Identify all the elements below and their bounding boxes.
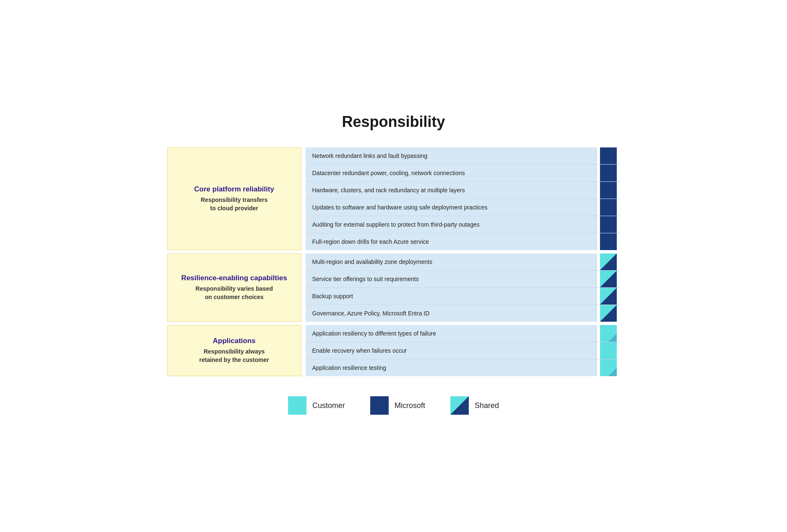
resp-indicator xyxy=(597,359,620,376)
resp-indicator xyxy=(597,342,620,359)
feature-row: Hardware, clusters, and rack redundancy … xyxy=(306,182,620,199)
page-title: Responsibility xyxy=(167,113,620,131)
legend-customer: Customer xyxy=(288,396,345,415)
feature-text: Governance, Azure Policy, Microsoft Entr… xyxy=(306,305,597,322)
feature-text: Enable recovery when failures occur xyxy=(306,342,597,359)
feature-text: Application resiliency to different type… xyxy=(306,325,597,342)
feature-row: Enable recovery when failures occur xyxy=(306,342,620,359)
section-row-core-platform: Core platform reliabilityResponsibility … xyxy=(167,147,620,250)
feature-row: Datacenter redundant power, cooling, net… xyxy=(306,165,620,182)
section-row-resilience-enabling: Resilience-enabling capabiltiesResponsib… xyxy=(167,253,620,322)
feature-text: Application resilience testing xyxy=(306,359,597,376)
feature-row: Auditing for external suppliers to prote… xyxy=(306,216,620,233)
feature-text: Updates to software and hardware using s… xyxy=(306,199,597,216)
legend-microsoft-icon xyxy=(370,396,389,415)
main-content: Core platform reliabilityResponsibility … xyxy=(167,147,620,380)
resp-indicator xyxy=(597,182,620,199)
feature-row: Service tier offerings to suit requireme… xyxy=(306,271,620,288)
legend: Customer Microsoft Shared xyxy=(167,396,620,415)
feature-row: Application resiliency to different type… xyxy=(306,325,620,342)
rows-block: Multi-region and availability zone deplo… xyxy=(306,253,620,322)
feature-row: Full-region down drills for each Azure s… xyxy=(306,233,620,250)
feature-row: Governance, Azure Policy, Microsoft Entr… xyxy=(306,305,620,322)
feature-row: Backup support xyxy=(306,288,620,305)
section-row-applications: ApplicationsResponsibility always retain… xyxy=(167,325,620,376)
resp-indicator xyxy=(597,325,620,342)
label-box-core-platform: Core platform reliabilityResponsibility … xyxy=(167,147,301,250)
feature-row: Network redundant links and fault bypass… xyxy=(306,147,620,165)
feature-text: Backup support xyxy=(306,288,597,305)
label-sub: Responsibility transfers to cloud provid… xyxy=(201,196,268,212)
legend-shared-label: Shared xyxy=(475,401,499,410)
feature-text: Datacenter redundant power, cooling, net… xyxy=(306,165,597,181)
rows-block: Application resiliency to different type… xyxy=(306,325,620,376)
legend-microsoft-label: Microsoft xyxy=(395,401,425,410)
legend-customer-label: Customer xyxy=(312,401,345,410)
rows-block: Network redundant links and fault bypass… xyxy=(306,147,620,250)
feature-row: Updates to software and hardware using s… xyxy=(306,199,620,216)
legend-shared-icon xyxy=(450,396,469,415)
resp-indicator xyxy=(597,216,620,233)
feature-row: Application resilience testing xyxy=(306,359,620,376)
feature-row: Multi-region and availability zone deplo… xyxy=(306,253,620,271)
legend-shared: Shared xyxy=(450,396,499,415)
resp-indicator xyxy=(597,271,620,287)
feature-text: Multi-region and availability zone deplo… xyxy=(306,253,597,270)
resp-indicator xyxy=(597,288,620,305)
legend-customer-icon xyxy=(288,396,306,415)
label-title: Core platform reliability xyxy=(194,185,274,194)
label-box-resilience-enabling: Resilience-enabling capabiltiesResponsib… xyxy=(167,253,301,322)
label-title: Applications xyxy=(213,337,255,345)
resp-indicator xyxy=(597,147,620,164)
label-sub: Responsibility varies based on customer … xyxy=(195,285,273,301)
resp-indicator xyxy=(597,233,620,250)
feature-text: Service tier offerings to suit requireme… xyxy=(306,271,597,287)
feature-text: Auditing for external suppliers to prote… xyxy=(306,216,597,233)
label-box-applications: ApplicationsResponsibility always retain… xyxy=(167,325,301,376)
label-sub: Responsibility always retained by the cu… xyxy=(199,348,269,364)
feature-text: Network redundant links and fault bypass… xyxy=(306,147,597,164)
resp-indicator xyxy=(597,165,620,181)
feature-text: Hardware, clusters, and rack redundancy … xyxy=(306,182,597,199)
resp-indicator xyxy=(597,305,620,322)
resp-indicator xyxy=(597,199,620,216)
resp-indicator xyxy=(597,253,620,270)
feature-text: Full-region down drills for each Azure s… xyxy=(306,233,597,250)
label-title: Resilience-enabling capabilties xyxy=(181,274,287,282)
slide-container: Responsibility Core platform reliability… xyxy=(142,96,645,436)
legend-microsoft: Microsoft xyxy=(370,396,425,415)
